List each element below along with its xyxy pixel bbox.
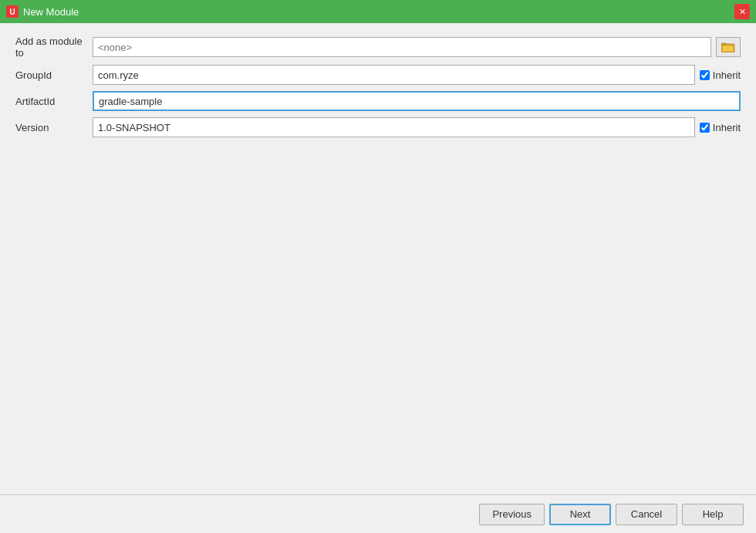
artifact-id-input-group xyxy=(93,91,741,111)
title-bar-left: U New Module xyxy=(6,5,79,18)
group-id-inherit-label: Inherit xyxy=(713,69,741,81)
content-area: Add as module to GroupId xyxy=(0,23,756,494)
window-title: New Module xyxy=(23,6,79,18)
previous-button[interactable]: Previous xyxy=(479,504,545,525)
version-inherit-label: Inherit xyxy=(713,122,741,133)
group-id-label: GroupId xyxy=(15,69,93,81)
version-input[interactable] xyxy=(93,117,695,137)
version-inherit[interactable]: Inherit xyxy=(700,122,741,133)
footer: Previous Next Cancel Help xyxy=(0,494,756,533)
title-bar: U New Module ✕ xyxy=(0,0,756,23)
app-icon: U xyxy=(6,5,19,18)
group-id-inherit-checkbox[interactable] xyxy=(700,70,710,80)
artifact-id-row: ArtifactId xyxy=(15,91,741,111)
artifact-id-label: ArtifactId xyxy=(15,96,93,107)
cancel-button[interactable]: Cancel xyxy=(616,504,677,525)
folder-icon xyxy=(721,42,735,52)
main-window: U New Module ✕ Add as module to xyxy=(0,0,756,533)
help-button[interactable]: Help xyxy=(682,504,744,525)
add-as-module-label: Add as module to xyxy=(15,35,93,59)
version-row: Version Inherit xyxy=(15,117,741,137)
group-id-input[interactable] xyxy=(93,65,695,85)
add-as-module-input[interactable] xyxy=(93,37,711,57)
group-id-inherit[interactable]: Inherit xyxy=(700,69,741,81)
add-as-module-row: Add as module to xyxy=(15,35,741,59)
svg-rect-1 xyxy=(722,46,734,52)
version-inherit-checkbox[interactable] xyxy=(700,123,710,133)
version-input-group: Inherit xyxy=(93,117,741,137)
form-area: Add as module to GroupId xyxy=(15,35,741,143)
group-id-input-group: Inherit xyxy=(93,65,741,85)
next-button[interactable]: Next xyxy=(549,504,611,525)
artifact-id-input[interactable] xyxy=(93,91,741,111)
group-id-row: GroupId Inherit xyxy=(15,65,741,85)
version-label: Version xyxy=(15,122,93,133)
add-as-module-input-group xyxy=(93,37,741,57)
browse-button[interactable] xyxy=(716,37,741,57)
title-bar-controls: ✕ xyxy=(734,4,750,19)
close-button[interactable]: ✕ xyxy=(734,4,750,19)
